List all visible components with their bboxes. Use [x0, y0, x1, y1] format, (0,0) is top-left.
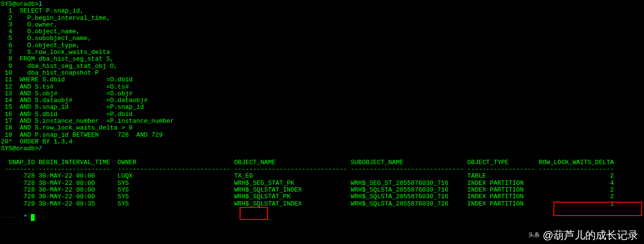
command-l: l — [39, 0, 42, 8]
cursor-icon — [31, 214, 35, 221]
sql-line: 2 P.begin_interval_time, — [1, 15, 643, 22]
result-header: SNAP_ID BEGIN_INTERVAL_TIME OWNER OBJECT… — [1, 159, 643, 166]
sql-prompt-1: SYS@oradb> — [1, 0, 39, 8]
sql-line: 10 dba_hist_snapshot P — [1, 70, 643, 77]
table-row: 728 30-MAY-22 00:00 LUQX TX_EG TABLE 2 — [1, 173, 643, 180]
sql-prompt-2: SYS@oradb> — [1, 145, 39, 152]
sql-line: 16 AND S.dbid =P.dbid — [1, 111, 643, 118]
table-row: 729 30-MAY-22 00:35 SYS WRH$_SQLSTAT_IND… — [1, 201, 643, 207]
table-row: 728 30-MAY-22 00:00 SYS WRH$_SEG_STAT_PK… — [1, 180, 643, 187]
sql-line: 19 AND P.snap_id BETWEEN 728 AND 729 — [1, 132, 643, 139]
sql-line: 6 O.object_type, — [1, 42, 643, 49]
sql-listing: 1 SELECT P.snap_id, 2 P.begin_interval_t… — [1, 8, 643, 145]
sql-line: 5 O.subobject_name, — [1, 35, 643, 42]
sql-line: 13 AND S.obj# =O.obj# — [1, 90, 643, 97]
sql-line: 18 AND S.row_lock_waits_delta > 0 — [1, 125, 643, 131]
sql-line: 12 AND S.ts# =O.ts# — [1, 84, 643, 90]
table-row: 728 30-MAY-22 00:00 SYS WRH$_SQLSTAT_IND… — [1, 187, 643, 193]
sql-line: 14 AND S.dataobj# =O.dataobj# — [1, 97, 643, 104]
sql-line: 1 SELECT P.snap_id, — [1, 8, 643, 14]
sql-line: 20* ORDER BY 1,3,4 — [1, 139, 643, 145]
sql-line: 15 AND S.snap_id =P.snap_id — [1, 104, 643, 111]
result-separator: -------- ------------------- -----------… — [1, 166, 643, 173]
blank-line-2 — [1, 207, 643, 214]
sql-line: 9 dba_hist_seg_stat_obj O, — [1, 63, 643, 70]
table-row: 728 30-MAY-22 00:00 SYS WRH$_SQLSTAT_PK … — [1, 193, 643, 200]
sql-line: 3 O.owner, — [1, 22, 643, 28]
sql-line: 17 AND S.instance_number =P.instance_num… — [1, 118, 643, 125]
sql-line: 8 FROM dba_hist_seg_stat S, — [1, 56, 643, 63]
cursor-line: ---- " — [1, 214, 643, 221]
sql-line: 4 O.object_name, — [1, 28, 643, 35]
sql-line: 11 WHERE S.dbid =O.dbid — [1, 77, 643, 83]
watermark: 头条 @葫芦儿的成长记录 — [528, 230, 638, 241]
terminal-output: SYS@oradb>l 1 SELECT P.snap_id, 2 P.begi… — [1, 1, 643, 221]
watermark-text: @葫芦儿的成长记录 — [543, 230, 638, 241]
blank-line — [1, 153, 643, 159]
watermark-label: 头条 — [528, 232, 540, 238]
prompt-line-2: SYS@oradb>/ — [1, 145, 643, 152]
sql-line: 7 S.row_lock_waits_delta — [1, 49, 643, 56]
prompt-line-1: SYS@oradb>l — [1, 1, 643, 8]
result-rows: 728 30-MAY-22 00:00 LUQX TX_EG TABLE 2 7… — [1, 173, 643, 207]
command-slash: / — [39, 145, 42, 152]
